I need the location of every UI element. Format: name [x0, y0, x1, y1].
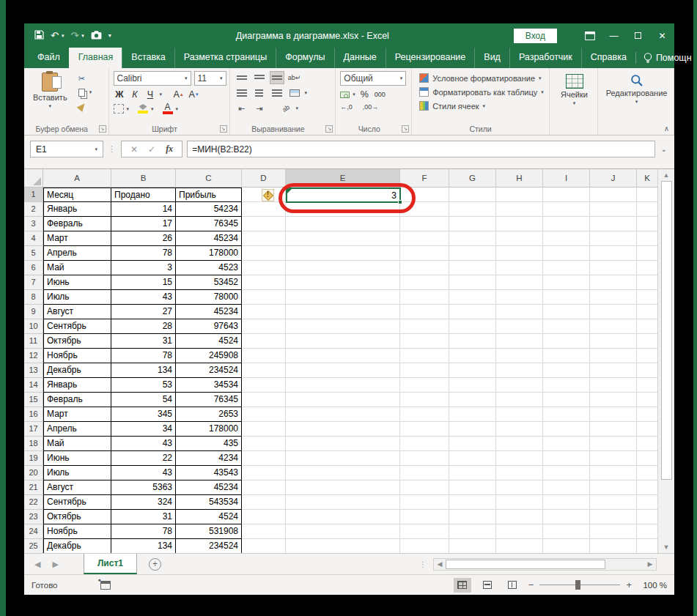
- cell-J10[interactable]: [590, 319, 637, 334]
- cell-I13[interactable]: [543, 363, 590, 378]
- cell-B18[interactable]: 43: [111, 437, 176, 451]
- sign-in-button[interactable]: Вход: [514, 29, 557, 43]
- cell-A10[interactable]: Сентябрь: [43, 319, 111, 334]
- wrap-text-button[interactable]: ab↵: [287, 71, 302, 84]
- cell-I6[interactable]: [543, 261, 590, 275]
- cell-E7[interactable]: [286, 275, 400, 290]
- format-as-table-button[interactable]: Форматировать как таблицу▾: [419, 85, 546, 99]
- cell-F19[interactable]: [400, 451, 449, 466]
- cell-C16[interactable]: 2653: [176, 407, 242, 422]
- cell-F8[interactable]: [400, 290, 449, 305]
- tab-Файл[interactable]: Файл: [29, 48, 69, 68]
- column-header-D[interactable]: D: [242, 169, 286, 188]
- cell-G7[interactable]: [449, 275, 496, 290]
- cell-D13[interactable]: [242, 363, 286, 378]
- cell-A21[interactable]: Август: [43, 480, 111, 495]
- cell-J9[interactable]: [590, 305, 637, 319]
- cell-G4[interactable]: [449, 231, 496, 246]
- merge-center-button[interactable]: [287, 86, 302, 100]
- comma-style-button[interactable]: 000: [374, 88, 386, 101]
- minimize-button[interactable]: —: [602, 23, 626, 48]
- row-header-20[interactable]: 20: [24, 466, 43, 480]
- row-header-23[interactable]: 23: [24, 510, 43, 524]
- cell-E22[interactable]: [286, 495, 400, 510]
- cell-F12[interactable]: [400, 349, 449, 363]
- cell-D16[interactable]: [242, 407, 286, 422]
- borders-dropdown-icon[interactable]: ▾: [127, 106, 130, 112]
- prev-sheet-icon[interactable]: ◀: [34, 560, 40, 569]
- cell-I18[interactable]: [543, 437, 590, 451]
- cell-E2[interactable]: [286, 202, 400, 217]
- cell-D22[interactable]: [242, 495, 286, 510]
- cell-K6[interactable]: [637, 261, 657, 275]
- cell-C6[interactable]: 4523: [176, 261, 242, 275]
- cell-F6[interactable]: [400, 261, 449, 275]
- next-sheet-icon[interactable]: ▶: [52, 560, 58, 569]
- cell-E15[interactable]: [286, 393, 400, 407]
- cell-F23[interactable]: [400, 510, 449, 524]
- cell-D10[interactable]: [242, 319, 286, 334]
- row-header-6[interactable]: 6: [24, 261, 43, 275]
- cell-C21[interactable]: 45234: [176, 480, 242, 495]
- cell-G25[interactable]: [449, 539, 496, 553]
- cell-B12[interactable]: 78: [111, 349, 176, 363]
- scroll-left-icon[interactable]: ◀: [434, 560, 446, 568]
- cell-K22[interactable]: [637, 495, 657, 510]
- formula-input[interactable]: =МИН(B2:B22): [187, 141, 654, 157]
- scroll-down-icon[interactable]: ▼: [663, 543, 670, 551]
- cell-H3[interactable]: [496, 217, 543, 231]
- row-header-11[interactable]: 11: [24, 334, 43, 349]
- cell-C14[interactable]: 34534: [176, 378, 242, 393]
- cell-E16[interactable]: [286, 407, 400, 422]
- cell-G19[interactable]: [449, 451, 496, 466]
- underline-dropdown-icon[interactable]: ▾: [160, 92, 163, 97]
- cell-G11[interactable]: [449, 334, 496, 349]
- cut-button[interactable]: ✂: [78, 73, 92, 84]
- cell-F14[interactable]: [400, 378, 449, 393]
- cell-H11[interactable]: [496, 334, 543, 349]
- cell-B2[interactable]: 14: [111, 202, 176, 217]
- cell-K20[interactable]: [637, 466, 657, 480]
- cell-H16[interactable]: [496, 407, 543, 422]
- align-bottom-button[interactable]: [270, 71, 284, 84]
- cell-I15[interactable]: [543, 393, 590, 407]
- orientation-button[interactable]: ab: [279, 102, 293, 115]
- cell-H15[interactable]: [496, 393, 543, 407]
- cell-D9[interactable]: [242, 305, 286, 319]
- cell-A4[interactable]: Март: [43, 231, 111, 246]
- cell-K10[interactable]: [637, 319, 657, 334]
- horizontal-scrollbar[interactable]: ◀ ▶: [433, 558, 657, 571]
- tab-Разметка страницы[interactable]: Разметка страницы: [174, 48, 276, 68]
- column-header-G[interactable]: G: [449, 169, 496, 188]
- cell-G6[interactable]: [449, 261, 496, 275]
- tab-Справка[interactable]: Справка: [581, 48, 635, 68]
- cell-B10[interactable]: 28: [111, 319, 176, 334]
- cell-F13[interactable]: [400, 363, 449, 378]
- cell-K21[interactable]: [637, 480, 657, 495]
- cell-C13[interactable]: 234524: [176, 363, 242, 378]
- accounting-dropdown-icon[interactable]: ▾: [353, 92, 355, 97]
- zoom-slider[interactable]: [539, 585, 620, 585]
- cell-A23[interactable]: Октябрь: [43, 510, 111, 524]
- cell-A6[interactable]: Май: [43, 261, 111, 275]
- tab-Рецензирование[interactable]: Рецензирование: [386, 48, 475, 68]
- cell-J3[interactable]: [590, 217, 637, 231]
- row-header-14[interactable]: 14: [24, 378, 43, 393]
- cell-H5[interactable]: [496, 246, 543, 261]
- column-header-B[interactable]: B: [111, 169, 176, 188]
- cell-J1[interactable]: [590, 188, 637, 202]
- increase-decimal-button[interactable]: ←,0: [340, 103, 353, 111]
- new-sheet-button[interactable]: +: [149, 558, 161, 571]
- cell-D4[interactable]: [242, 231, 286, 246]
- cell-K7[interactable]: [637, 275, 657, 290]
- cell-K9[interactable]: [637, 305, 657, 319]
- cell-D24[interactable]: [242, 524, 286, 539]
- select-all-button[interactable]: [24, 169, 43, 188]
- cell-H9[interactable]: [496, 305, 543, 319]
- cell-D8[interactable]: [242, 290, 286, 305]
- macro-record-icon[interactable]: [100, 581, 111, 590]
- zoom-out-icon[interactable]: −: [528, 579, 534, 590]
- cell-B6[interactable]: 3: [111, 261, 176, 275]
- cell-E17[interactable]: [286, 422, 400, 437]
- cell-F7[interactable]: [400, 275, 449, 290]
